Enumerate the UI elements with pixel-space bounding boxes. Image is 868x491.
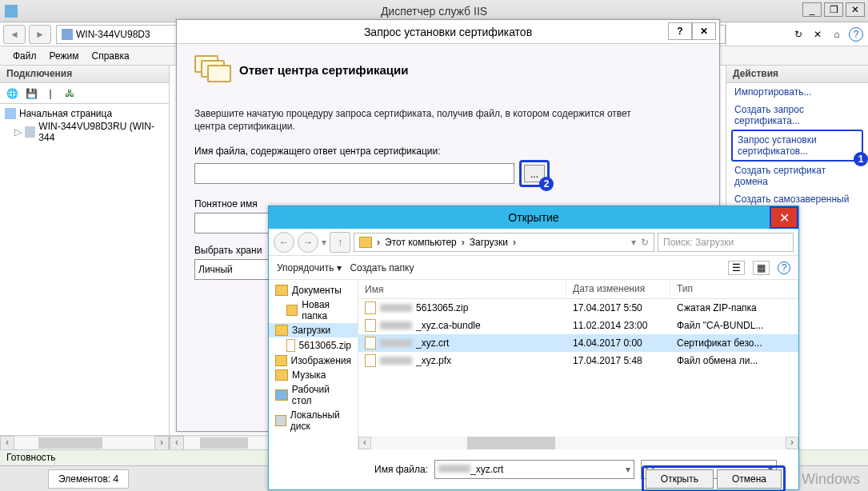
- preview-pane-icon[interactable]: ▦: [753, 261, 770, 275]
- connections-toolbar: 🌐 💾 | 🖧: [0, 83, 169, 104]
- path-pc[interactable]: Этот компьютер: [385, 237, 457, 248]
- desktop-icon: [275, 389, 288, 401]
- status-ready: Готовность: [6, 452, 56, 463]
- open-file-label: Имя файла:: [374, 464, 428, 475]
- open-filename-combo[interactable]: _xyz.crt ▾: [434, 460, 634, 479]
- menu-file[interactable]: Файл: [13, 50, 37, 62]
- close-button[interactable]: ✕: [846, 2, 865, 17]
- cert-dialog-close-button[interactable]: ✕: [692, 22, 716, 40]
- col-date[interactable]: Дата изменения: [566, 280, 670, 298]
- file-icon: [365, 337, 376, 349]
- open-help-icon[interactable]: ?: [778, 261, 790, 274]
- scroll-left-icon[interactable]: ‹: [358, 437, 371, 449]
- file-row[interactable]: _xyz.crt14.04.2017 0:00Сертификат безо..…: [358, 334, 798, 352]
- tree-zip-file[interactable]: 5613065.zip: [269, 337, 358, 353]
- cancel-button[interactable]: Отмена: [717, 469, 782, 489]
- blurred-prefix: [380, 357, 412, 365]
- zip-file-icon: [286, 339, 295, 352]
- tree-downloads[interactable]: Загрузки: [269, 323, 358, 337]
- tree-documents[interactable]: Документы: [269, 283, 358, 297]
- open-dialog-title: Открытие: [508, 211, 558, 224]
- history-dropdown-icon[interactable]: ▾: [322, 237, 326, 248]
- open-folder-tree: Документы Новая папка Загрузки 5613065.z…: [269, 280, 358, 449]
- open-path-box[interactable]: › Этот компьютер › Загрузки › ▾ ↻: [354, 233, 654, 252]
- tree-local-disk[interactable]: Локальный диск: [269, 408, 358, 433]
- open-dialog-close-button[interactable]: ✕: [770, 206, 798, 229]
- nav-forward-button[interactable]: ►: [29, 25, 51, 44]
- refresh-icon[interactable]: ↻: [791, 27, 806, 42]
- tree-new-folder[interactable]: Новая папка: [269, 297, 358, 323]
- app-title: Диспетчер служб IIS: [381, 5, 487, 18]
- tree-start-page[interactable]: Начальная страница: [3, 107, 166, 120]
- folder-icon: [275, 369, 288, 381]
- open-dialog-toolbar: Упорядочить Создать папку ☰ ▦ ?: [269, 256, 798, 280]
- expand-icon[interactable]: ▷: [14, 126, 22, 138]
- open-button[interactable]: Открыть: [646, 469, 714, 489]
- action-import[interactable]: Импортировать...: [726, 83, 868, 101]
- tree-images[interactable]: Изображения: [269, 353, 358, 368]
- globe-icon[interactable]: 🌐: [5, 86, 19, 101]
- file-row[interactable]: _xyz.ca-bundle11.02.2014 23:00Файл "CA-B…: [358, 317, 798, 334]
- cert-dialog-titlebar: Запрос установки сертификатов ? ✕: [177, 20, 719, 44]
- nav-back-button[interactable]: ◄: [3, 25, 26, 44]
- menu-help[interactable]: Справка: [92, 50, 130, 62]
- scroll-thumb[interactable]: [38, 437, 102, 449]
- scroll-right-icon[interactable]: ›: [154, 436, 169, 450]
- open-dialog-titlebar: Открытие ✕: [269, 206, 798, 229]
- scroll-left-icon[interactable]: ‹: [170, 436, 184, 450]
- help-icon[interactable]: ?: [849, 27, 863, 42]
- home-icon[interactable]: ⌂: [830, 27, 844, 42]
- path-refresh-icon[interactable]: ↻: [641, 237, 649, 248]
- open-search-input[interactable]: Поиск: Загрузки: [658, 233, 794, 252]
- certificate-icon: [194, 55, 230, 84]
- open-up-button[interactable]: ↑: [330, 232, 350, 253]
- cert-dialog-title: Запрос установки сертификатов: [364, 26, 532, 38]
- iis-icon: [5, 5, 18, 18]
- tree-server-label: WIN-344VU98D3RU (WIN-344: [38, 121, 164, 143]
- file-icon: [365, 319, 376, 332]
- file-open-dialog: Открытие ✕ ← → ▾ ↑ › Этот компьютер › За…: [268, 206, 799, 490]
- open-back-button[interactable]: ←: [274, 232, 294, 253]
- file-row[interactable]: _xyz.pfx17.04.2017 5:48Файл обмена ли...: [358, 352, 798, 369]
- folder-icon: [275, 325, 288, 336]
- server-add-icon[interactable]: 🖧: [62, 86, 77, 101]
- cert-file-input[interactable]: [194, 163, 514, 184]
- folder-icon: [275, 355, 287, 366]
- col-type[interactable]: Тип: [670, 280, 798, 298]
- menu-mode[interactable]: Режим: [50, 50, 79, 62]
- view-mode-icon[interactable]: ☰: [728, 261, 745, 275]
- action-create-request[interactable]: Создать запрос сертификата...: [726, 101, 868, 130]
- path-downloads[interactable]: Загрузки: [470, 237, 508, 248]
- blurred-prefix: [380, 321, 412, 329]
- action-install-request-highlight: Запрос установки сертификатов... 1: [731, 130, 863, 162]
- tree-desktop[interactable]: Рабочий стол: [269, 382, 358, 408]
- cert-dialog-heading: Ответ центра сертификации: [239, 63, 408, 77]
- cert-dialog-help-button[interactable]: ?: [668, 22, 692, 40]
- tree-server[interactable]: ▷ WIN-344VU98D3RU (WIN-344: [3, 120, 166, 144]
- scroll-left-icon[interactable]: ‹: [0, 436, 14, 450]
- col-name[interactable]: Имя: [358, 280, 566, 298]
- minimize-button[interactable]: _: [802, 2, 822, 17]
- connections-hscroll[interactable]: ‹ ›: [0, 435, 169, 449]
- save-icon[interactable]: 💾: [24, 86, 38, 101]
- stop-icon[interactable]: ✕: [810, 27, 825, 42]
- breadcrumb-text: WIN-344VU98D3: [76, 29, 150, 40]
- scroll-right-icon[interactable]: ›: [786, 437, 798, 449]
- maximize-button[interactable]: ❐: [824, 2, 843, 17]
- new-folder-button[interactable]: Создать папку: [350, 262, 414, 273]
- scroll-thumb[interactable]: [467, 437, 555, 449]
- open-fwd-button[interactable]: →: [298, 232, 318, 253]
- folder-icon: [286, 305, 298, 316]
- tree-music[interactable]: Музыка: [269, 368, 358, 382]
- scroll-thumb[interactable]: [200, 437, 248, 449]
- disk-icon: [275, 415, 286, 426]
- action-install-request[interactable]: Запрос установки сертификатов...: [736, 133, 858, 158]
- path-dropdown-icon[interactable]: ▾: [631, 237, 636, 248]
- list-hscroll[interactable]: ‹ ›: [358, 437, 798, 449]
- file-icon: [365, 301, 376, 314]
- organize-button[interactable]: Упорядочить: [277, 262, 342, 273]
- action-domain-cert[interactable]: Создать сертификат домена: [726, 162, 868, 190]
- file-row[interactable]: 5613065.zip17.04.2017 5:50Сжатая ZIP-пап…: [358, 299, 798, 317]
- annotation-badge-2: 2: [539, 177, 554, 191]
- folder-icon: [359, 237, 372, 248]
